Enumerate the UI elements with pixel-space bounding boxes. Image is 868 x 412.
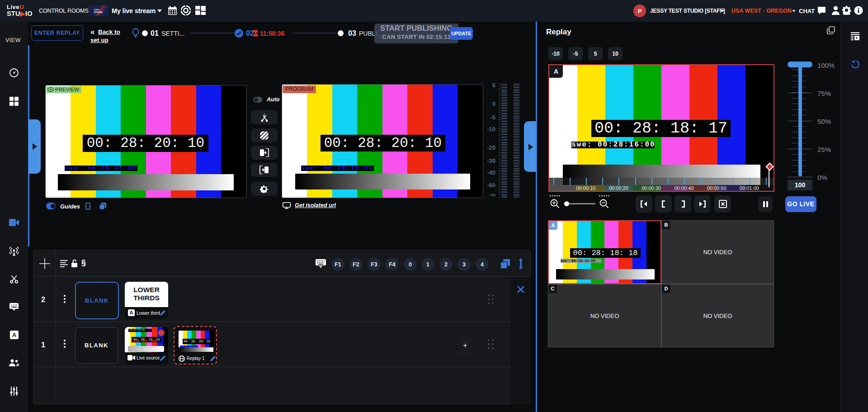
svg-text:A: A: [12, 331, 17, 338]
